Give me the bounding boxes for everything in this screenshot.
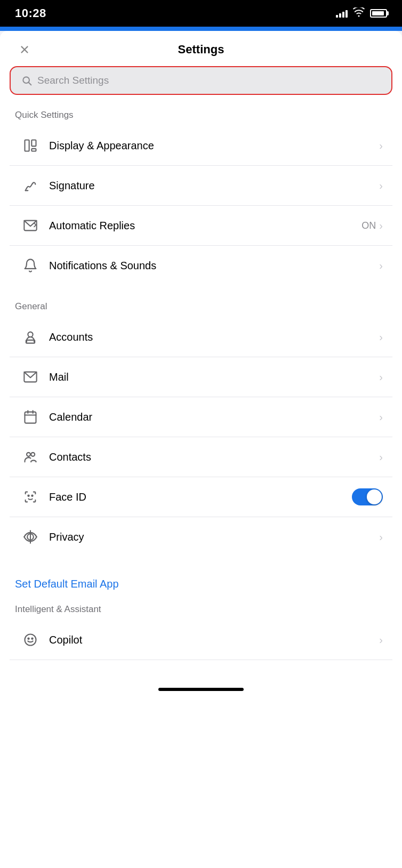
settings-panel: Settings Search Settings Quick Settings …: [0, 31, 402, 868]
settings-header: Settings: [0, 31, 402, 66]
toggle-knob: [367, 489, 382, 504]
svg-point-16: [31, 453, 35, 456]
display-appearance-label: Display & Appearance: [49, 140, 379, 152]
page-title: Settings: [178, 43, 224, 57]
accounts-chevron: ›: [379, 331, 383, 343]
wifi-icon: [353, 7, 365, 20]
calendar-label: Calendar: [49, 411, 379, 423]
svg-rect-4: [25, 140, 29, 151]
status-bar: 10:28: [0, 0, 402, 27]
notifications-sounds-chevron: ›: [379, 260, 383, 272]
svg-point-18: [31, 495, 33, 496]
accent-bar: [0, 27, 402, 31]
sidebar-item-signature[interactable]: Signature ›: [10, 166, 392, 206]
copilot-chevron: ›: [379, 634, 383, 646]
automatic-replies-icon: [19, 214, 42, 237]
sidebar-item-accounts[interactable]: Accounts ›: [10, 317, 392, 357]
face-id-toggle[interactable]: [352, 488, 383, 505]
contacts-icon: [19, 446, 42, 468]
sidebar-item-contacts[interactable]: Contacts ›: [10, 437, 392, 477]
sidebar-item-automatic-replies[interactable]: Automatic Replies ON ›: [10, 206, 392, 246]
svg-rect-6: [31, 149, 36, 151]
sidebar-item-calendar[interactable]: Calendar ›: [10, 397, 392, 437]
automatic-replies-chevron: ›: [379, 220, 383, 232]
search-container: Search Settings: [0, 66, 402, 106]
close-button[interactable]: [15, 40, 34, 59]
svg-point-22: [28, 638, 29, 639]
svg-rect-9: [26, 340, 35, 343]
privacy-label: Privacy: [49, 531, 379, 543]
quick-settings-list: Display & Appearance › Signature ›: [10, 126, 392, 285]
automatic-replies-badge: ON: [361, 220, 376, 231]
svg-line-3: [29, 83, 31, 85]
svg-rect-5: [31, 140, 36, 147]
general-settings-list: Accounts › Mail ›: [10, 317, 392, 557]
notifications-sounds-label: Notifications & Sounds: [49, 260, 379, 272]
sidebar-item-display-appearance[interactable]: Display & Appearance ›: [10, 126, 392, 166]
mail-chevron: ›: [379, 371, 383, 383]
status-icons: [336, 7, 387, 20]
sidebar-item-face-id[interactable]: Face ID: [10, 477, 392, 517]
face-id-label: Face ID: [49, 491, 352, 503]
svg-point-21: [25, 634, 36, 646]
general-label: General: [0, 297, 402, 317]
display-appearance-chevron: ›: [379, 140, 383, 152]
copilot-icon: [19, 629, 42, 651]
status-time: 10:28: [15, 6, 46, 20]
battery-icon: [370, 9, 387, 18]
sidebar-item-mail[interactable]: Mail ›: [10, 357, 392, 397]
contacts-label: Contacts: [49, 451, 379, 463]
set-default-email-link[interactable]: Set Default Email App: [0, 568, 402, 600]
home-bar: [158, 688, 244, 691]
accounts-label: Accounts: [49, 331, 379, 343]
svg-point-17: [28, 495, 29, 496]
automatic-replies-label: Automatic Replies: [49, 220, 361, 232]
privacy-chevron: ›: [379, 531, 383, 543]
signature-chevron: ›: [379, 180, 383, 192]
notifications-icon: [19, 254, 42, 277]
accounts-icon: [19, 326, 42, 348]
contacts-chevron: ›: [379, 451, 383, 463]
calendar-icon: [19, 406, 42, 428]
privacy-icon: [19, 526, 42, 548]
signature-icon: [19, 174, 42, 197]
search-placeholder: Search Settings: [37, 75, 109, 86]
home-indicator: [0, 681, 402, 695]
quick-settings-label: Quick Settings: [0, 106, 402, 126]
svg-point-23: [31, 638, 33, 639]
intelligent-assistant-label: Intelligent & Assistant: [0, 600, 402, 620]
display-appearance-icon: [19, 134, 42, 157]
close-icon: [19, 44, 30, 55]
sidebar-item-notifications-sounds[interactable]: Notifications & Sounds ›: [10, 246, 392, 285]
face-id-icon: [19, 486, 42, 508]
svg-rect-11: [25, 412, 36, 423]
signature-label: Signature: [49, 180, 379, 192]
sidebar-item-copilot[interactable]: Copilot ›: [10, 620, 392, 660]
svg-point-15: [27, 453, 30, 456]
calendar-chevron: ›: [379, 411, 383, 423]
signal-icon: [336, 9, 348, 18]
svg-point-8: [28, 332, 33, 337]
sidebar-item-privacy[interactable]: Privacy ›: [10, 517, 392, 557]
mail-icon: [19, 366, 42, 388]
copilot-label: Copilot: [49, 634, 379, 646]
search-bar[interactable]: Search Settings: [10, 66, 392, 95]
mail-label: Mail: [49, 371, 379, 383]
search-icon: [21, 75, 32, 86]
